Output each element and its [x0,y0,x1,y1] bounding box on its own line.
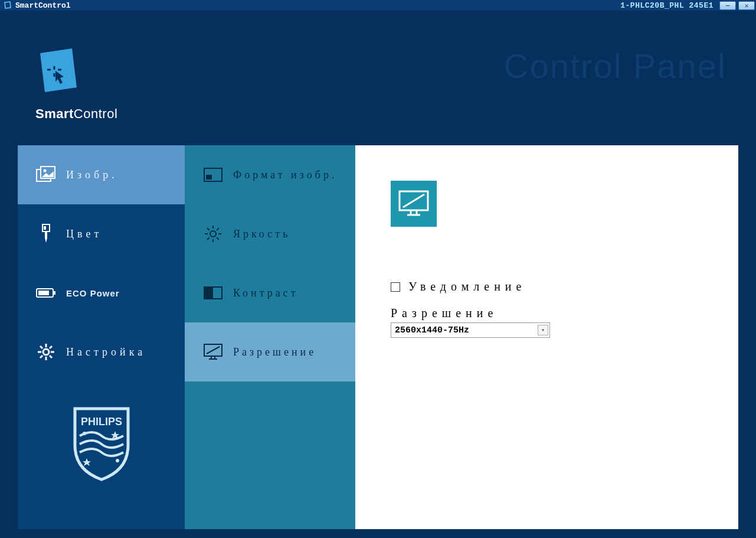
philips-logo: PHILIPS [69,405,134,482]
sub-item-label: Формат изобр. [233,169,337,181]
secondary-nav: Формат изобр. Яркость Контраст Разрешени… [185,145,355,529]
brand-text: SmartControl [35,106,117,122]
contrast-icon [202,286,224,299]
nav-item-label: Настройка [66,346,146,358]
monitor-icon [202,343,224,361]
svg-line-33 [207,347,220,354]
svg-rect-6 [54,291,55,295]
brush-icon [35,224,57,244]
svg-line-13 [40,346,42,348]
monitor-id: 1-PHLC20B_PHL 245E1 [620,1,714,10]
sub-item-label: Контраст [233,287,299,299]
svg-point-17 [83,432,86,435]
nav-item-label: Цвет [66,228,102,240]
svg-rect-7 [38,291,49,295]
nav-item-image[interactable]: Изобр. [18,145,185,204]
image-icon [35,166,57,184]
nav-item-eco[interactable]: ECO Power [18,263,185,322]
nav-item-color[interactable]: Цвет [18,204,185,263]
svg-line-16 [50,346,52,348]
titlebar-left: SmartControl [1,1,71,10]
svg-line-28 [207,237,210,240]
monitor-cursor-icon [35,46,81,99]
svg-line-14 [50,356,52,358]
svg-line-27 [217,237,219,240]
notify-label: Уведомление [408,280,526,294]
resolution-select[interactable]: 2560x1440-75Hz ▾ [391,322,550,338]
notify-checkbox[interactable] [391,282,400,292]
close-button[interactable]: ✕ [738,1,755,10]
sub-item-contrast[interactable]: Контраст [185,263,355,322]
svg-rect-4 [44,226,46,230]
svg-point-18 [116,459,119,462]
sub-item-brightness[interactable]: Яркость [185,204,355,263]
app-title: SmartControl [15,1,71,10]
sub-item-format[interactable]: Формат изобр. [185,145,355,204]
svg-line-26 [207,228,210,230]
titlebar: SmartControl 1-PHLC20B_PHL 245E1 — ✕ [0,0,756,11]
minimize-button[interactable]: — [719,1,736,10]
notify-row: Уведомление [391,280,703,294]
sun-icon [202,225,224,243]
brand-rest: Control [74,106,117,121]
sub-item-resolution[interactable]: Разрешение [185,322,355,382]
battery-icon [35,287,57,299]
svg-line-38 [403,194,424,207]
main-panel: Изобр. Цвет ECO Power Настройка PHILIPS [18,145,738,529]
svg-point-8 [43,349,49,355]
svg-point-21 [210,231,216,237]
svg-point-2 [44,169,47,172]
resolution-hero-icon [391,181,437,227]
brand-logo: SmartControl [35,46,117,122]
nav-item-settings[interactable]: Настройка [18,322,185,382]
brand-bold: Smart [35,106,74,121]
header: SmartControl Control Panel [0,11,756,145]
svg-rect-20 [206,175,212,180]
content-body: Уведомление Разрешение 2560x1440-75Hz ▾ [391,280,703,338]
chevron-down-icon: ▾ [538,325,548,335]
app-icon [4,1,12,9]
aspect-icon [202,168,224,182]
svg-line-15 [40,356,42,358]
svg-rect-31 [204,287,213,299]
resolution-value: 2560x1440-75Hz [395,325,469,335]
content-panel: Уведомление Разрешение 2560x1440-75Hz ▾ [355,145,738,529]
titlebar-right: 1-PHLC20B_PHL 245E1 — ✕ [620,1,755,10]
svg-line-29 [217,228,219,230]
sub-item-label: Разрешение [233,346,316,358]
gear-icon [35,343,57,361]
primary-nav: Изобр. Цвет ECO Power Настройка PHILIPS [18,145,185,529]
resolution-label: Разрешение [391,307,703,320]
nav-item-label: Изобр. [66,169,118,181]
nav-item-label: ECO Power [66,288,120,298]
sub-item-label: Яркость [233,228,290,240]
philips-text: PHILIPS [80,416,122,428]
page-title: Control Panel [504,46,726,86]
